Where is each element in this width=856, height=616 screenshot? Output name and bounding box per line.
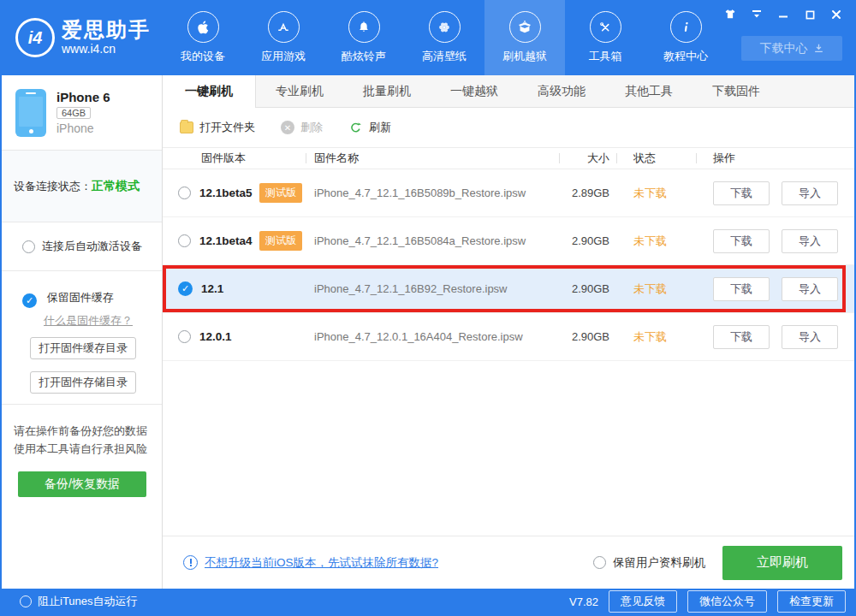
download-button[interactable]: 下载 [713,229,770,253]
firmware-version: 12.1 [201,282,261,295]
warning-text: 请在操作前备份好您的数据 使用本工具请自行承担风险 备份/恢复数据 [2,405,162,497]
firmware-filename: iPhone_4.7_12.1_16B5089b_Restore.ipsw [306,187,559,199]
backup-restore-button[interactable]: 备份/恢复数据 [18,471,146,497]
erase-data-link[interactable]: 不想升级当前iOS版本，先试试抹除所有数据? [205,555,438,571]
check-update-button[interactable]: 检查更新 [777,590,846,613]
download-button[interactable]: 下载 [713,181,770,205]
window-controls [721,7,846,22]
appstore-icon [274,18,293,37]
main-panel: 一键刷机 专业刷机 批量刷机 一键越狱 高级功能 其他工具 下载固件 打开文件夹… [163,75,854,589]
flash-now-button[interactable]: 立即刷机 [722,546,842,580]
open-storage-dir-button[interactable]: 打开固件存储目录 [30,371,136,394]
device-name: iPhone 6 [56,90,110,104]
keep-user-data-radio[interactable] [593,556,606,569]
maximize-icon[interactable] [800,7,819,22]
nav-toolbox[interactable]: 工具箱 [565,0,645,75]
apple-icon [194,19,211,36]
open-cache-dir-button[interactable]: 打开固件缓存目录 [30,337,136,359]
tab-one-click-flash[interactable]: 一键刷机 [163,75,256,108]
auto-activate-radio[interactable] [22,240,35,253]
row-radio[interactable] [178,187,191,199]
firmware-version: 12.1beta5 [199,187,259,199]
nav-flash-jailbreak[interactable]: 刷机越狱 [484,0,565,75]
row-radio[interactable] [178,330,191,343]
delete-button[interactable]: ✕ 删除 [281,120,323,135]
block-itunes-radio[interactable] [20,595,32,607]
jailbreak-box-icon [516,19,533,36]
download-button[interactable]: 下载 [713,325,770,349]
download-center-button[interactable]: 下载中心 [741,36,842,61]
feedback-button[interactable]: 意见反馈 [609,590,677,613]
firmware-list: 12.1beta5 测试版 iPhone_4.7_12.1_16B5089b_R… [163,169,854,536]
firmware-size: 2.89GB [559,187,616,199]
table-row[interactable]: 12.1beta4 测试版 iPhone_4.7_12.1_16B5084a_R… [163,217,854,265]
keep-cache-checkbox[interactable]: ✓ [22,293,37,308]
sidebar: iPhone 6 64GB iPhone 设备连接状态： 正常模式 连接后自动激… [2,75,163,589]
nav-my-devices[interactable]: 我的设备 [163,0,243,75]
firmware-version: 12.1beta4 [199,234,259,247]
header: i4 爱思助手 www.i4.cn 我的设备 应用游戏 酷炫铃声 高清壁纸 [2,0,854,75]
import-button[interactable]: 导入 [782,325,838,349]
table-row-selected[interactable]: ✓ 12.1 iPhone_4.7_12.1_16B92_Restore.ips… [163,265,854,313]
tab-other-tools[interactable]: 其他工具 [605,75,693,107]
skin-icon[interactable] [721,7,740,22]
i4-logo-icon: i4 [15,18,55,57]
collapse-icon[interactable] [747,7,766,22]
firmware-status: 未下载 [616,329,696,345]
tab-one-click-jailbreak[interactable]: 一键越狱 [431,75,518,107]
nav-wallpapers[interactable]: 高清壁纸 [404,0,484,75]
minimize-icon[interactable] [774,7,793,22]
import-button[interactable]: 导入 [782,229,838,253]
refresh-icon [348,121,363,135]
app-version: V7.82 [569,595,598,608]
auto-activate-option[interactable]: 连接后自动激活设备 [2,222,162,271]
close-icon[interactable] [827,7,846,22]
tab-bar: 一键刷机 专业刷机 批量刷机 一键越狱 高级功能 其他工具 下载固件 [163,75,854,108]
nav-apps-games[interactable]: 应用游戏 [243,0,324,75]
open-folder-button[interactable]: 打开文件夹 [180,120,255,135]
connection-mode: 正常模式 [92,179,140,194]
main-nav: 我的设备 应用游戏 酷炫铃声 高清壁纸 刷机越狱 工具箱 [163,0,726,75]
firmware-status: 未下载 [616,281,696,297]
firmware-cache-section: ✓ 保留固件缓存 什么是固件缓存？ 打开固件缓存目录 打开固件存储目录 [2,271,162,405]
firmware-version: 12.0.1 [199,330,259,343]
download-button[interactable]: 下载 [713,277,770,301]
table-header: 固件版本 固件名称 大小 状态 操作 [163,147,854,169]
iphone-icon [15,89,46,137]
beta-badge: 测试版 [259,183,302,203]
wechat-button[interactable]: 微信公众号 [687,590,767,613]
device-info: iPhone 6 64GB iPhone [2,75,162,151]
nav-ringtones[interactable]: 酷炫铃声 [324,0,404,75]
refresh-button[interactable]: 刷新 [348,120,391,135]
row-radio[interactable] [178,234,191,247]
tab-download-firmware[interactable]: 下载固件 [693,75,780,107]
block-itunes-option[interactable]: 阻止iTunes自动运行 [2,594,163,609]
app-logo: i4 爱思助手 www.i4.cn [2,0,163,75]
device-model: iPhone [56,121,110,135]
toolbar: 打开文件夹 ✕ 删除 刷新 [163,108,854,147]
app-url: www.i4.cn [62,41,151,56]
bell-icon [355,19,372,36]
folder-icon [180,121,193,133]
tab-pro-flash[interactable]: 专业刷机 [256,75,343,107]
info-icon [677,19,694,36]
keep-cache-label: 保留固件缓存 [47,291,114,304]
keep-user-data-label: 保留用户资料刷机 [613,555,705,571]
flower-icon [436,19,453,36]
info-alert-icon [183,555,198,570]
import-button[interactable]: 导入 [782,181,838,205]
row-radio-checked[interactable]: ✓ [178,281,193,296]
app-title: 爱思助手 [62,19,151,41]
table-row[interactable]: 12.0.1 iPhone_4.7_12.0.1_16A404_Restore.… [163,313,854,361]
firmware-status: 未下载 [616,186,696,201]
tab-batch-flash[interactable]: 批量刷机 [343,75,431,107]
cache-help-link[interactable]: 什么是固件缓存？ [44,313,133,329]
nav-tutorials[interactable]: 教程中心 [645,0,726,75]
connection-status: 设备连接状态： 正常模式 [2,151,162,222]
table-row[interactable]: 12.1beta5 测试版 iPhone_4.7_12.1_16B5089b_R… [163,169,854,217]
tab-advanced[interactable]: 高级功能 [518,75,605,107]
beta-badge: 测试版 [259,231,302,251]
firmware-filename: iPhone_4.7_12.0.1_16A404_Restore.ipsw [306,330,559,343]
import-button[interactable]: 导入 [782,277,838,301]
firmware-filename: iPhone_4.7_12.1_16B5084a_Restore.ipsw [306,234,559,247]
